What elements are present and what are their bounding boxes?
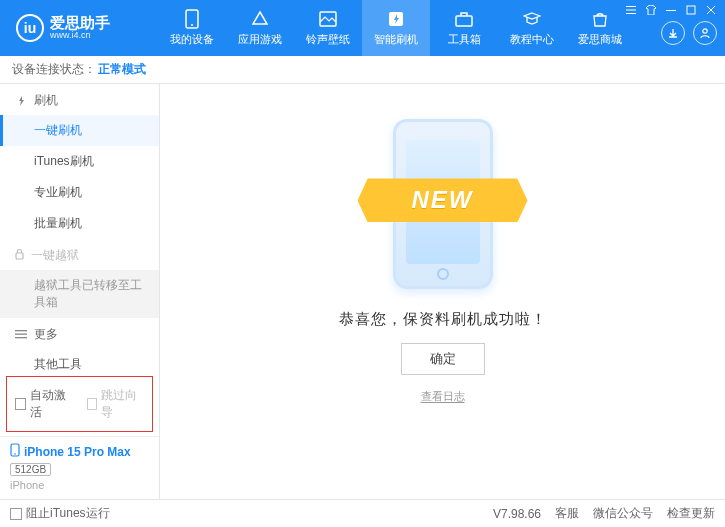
title-bar: iu 爱思助手 www.i4.cn 我的设备 应用游戏 铃声壁纸 智能刷机 工具…	[0, 0, 725, 56]
tutorial-icon	[522, 9, 542, 29]
svg-rect-12	[15, 330, 27, 331]
svg-rect-9	[456, 16, 472, 26]
svg-rect-14	[15, 337, 27, 338]
nav-apps-games[interactable]: 应用游戏	[226, 0, 294, 56]
phone-icon	[10, 443, 20, 460]
main-body: 刷机 一键刷机 iTunes刷机 专业刷机 批量刷机 一键越狱 越狱工具已转移至…	[0, 84, 725, 499]
logo-icon: iu	[16, 14, 44, 42]
sidebar-section-jailbreak: 一键越狱	[0, 239, 159, 270]
success-illustration: NEW	[358, 114, 528, 294]
sidebar-item-pro-flash[interactable]: 专业刷机	[0, 177, 159, 208]
svg-rect-2	[626, 13, 636, 14]
flash-icon	[386, 9, 406, 29]
main-nav: 我的设备 应用游戏 铃声壁纸 智能刷机 工具箱 教程中心 爱思商城	[158, 0, 653, 56]
auto-activate-checkbox[interactable]: 自动激活	[15, 387, 73, 421]
sidebar-item-itunes-flash[interactable]: iTunes刷机	[0, 146, 159, 177]
ok-button[interactable]: 确定	[401, 343, 485, 375]
flash-small-icon	[14, 94, 28, 108]
device-status-bar: 设备连接状态： 正常模式	[0, 56, 725, 84]
svg-point-16	[14, 453, 16, 455]
device-icon	[182, 9, 202, 29]
new-ribbon-text: NEW	[412, 186, 474, 214]
user-button[interactable]	[693, 21, 717, 45]
footer-link-wechat[interactable]: 微信公众号	[593, 505, 653, 522]
skip-wizard-checkbox: 跳过向导	[87, 387, 145, 421]
store-icon	[590, 9, 610, 29]
device-type: iPhone	[10, 479, 149, 491]
nav-toolbox[interactable]: 工具箱	[430, 0, 498, 56]
main-content: NEW 恭喜您，保资料刷机成功啦！ 确定 查看日志	[160, 84, 725, 499]
titlebar-right-buttons	[661, 21, 717, 45]
maximize-icon[interactable]	[685, 4, 697, 16]
download-button[interactable]	[661, 21, 685, 45]
sidebar-options-box: 自动激活 跳过向导	[6, 376, 153, 432]
svg-point-6	[191, 24, 193, 26]
wallpaper-icon	[318, 9, 338, 29]
sidebar-section-flash[interactable]: 刷机	[0, 84, 159, 115]
app-title: 爱思助手	[50, 15, 110, 32]
nav-my-device[interactable]: 我的设备	[158, 0, 226, 56]
svg-point-10	[703, 29, 707, 33]
svg-rect-1	[626, 10, 636, 11]
version-label: V7.98.66	[493, 507, 541, 521]
footer-link-support[interactable]: 客服	[555, 505, 579, 522]
footer: 阻止iTunes运行 V7.98.66 客服 微信公众号 检查更新	[0, 499, 725, 527]
nav-tutorials[interactable]: 教程中心	[498, 0, 566, 56]
toolbox-icon	[454, 9, 474, 29]
status-label: 设备连接状态：	[12, 61, 96, 78]
nav-ringtones[interactable]: 铃声壁纸	[294, 0, 362, 56]
more-icon	[14, 327, 28, 341]
sidebar-item-one-click-flash[interactable]: 一键刷机	[0, 115, 159, 146]
view-log-link[interactable]: 查看日志	[421, 389, 465, 404]
skin-icon[interactable]	[645, 4, 657, 16]
sidebar-item-jailbreak-moved: 越狱工具已转移至工具箱	[0, 270, 159, 318]
device-name[interactable]: iPhone 15 Pro Max	[10, 443, 149, 460]
svg-rect-11	[16, 253, 23, 259]
sidebar-item-batch-flash[interactable]: 批量刷机	[0, 208, 159, 239]
menu-icon[interactable]	[625, 4, 637, 16]
sidebar-item-other-tools[interactable]: 其他工具	[0, 349, 159, 372]
footer-right: V7.98.66 客服 微信公众号 检查更新	[493, 505, 715, 522]
svg-rect-3	[666, 10, 676, 11]
nav-store[interactable]: 爱思商城	[566, 0, 634, 56]
svg-rect-0	[626, 6, 636, 7]
lock-icon	[14, 248, 25, 263]
apps-icon	[250, 9, 270, 29]
device-info: iPhone 15 Pro Max 512GB iPhone	[0, 436, 159, 499]
footer-left: 阻止iTunes运行	[10, 505, 110, 522]
app-logo: iu 爱思助手 www.i4.cn	[8, 14, 158, 42]
svg-rect-4	[687, 6, 695, 14]
footer-link-update[interactable]: 检查更新	[667, 505, 715, 522]
app-url: www.i4.cn	[50, 31, 110, 41]
device-capacity: 512GB	[10, 463, 51, 476]
window-controls	[625, 4, 717, 16]
close-icon[interactable]	[705, 4, 717, 16]
sidebar-section-more[interactable]: 更多	[0, 318, 159, 349]
minimize-icon[interactable]	[665, 4, 677, 16]
svg-rect-13	[15, 334, 27, 335]
block-itunes-checkbox[interactable]: 阻止iTunes运行	[10, 505, 110, 522]
success-message: 恭喜您，保资料刷机成功啦！	[339, 310, 547, 329]
sidebar: 刷机 一键刷机 iTunes刷机 专业刷机 批量刷机 一键越狱 越狱工具已转移至…	[0, 84, 160, 499]
status-value: 正常模式	[98, 61, 146, 78]
nav-smart-flash[interactable]: 智能刷机	[362, 0, 430, 56]
